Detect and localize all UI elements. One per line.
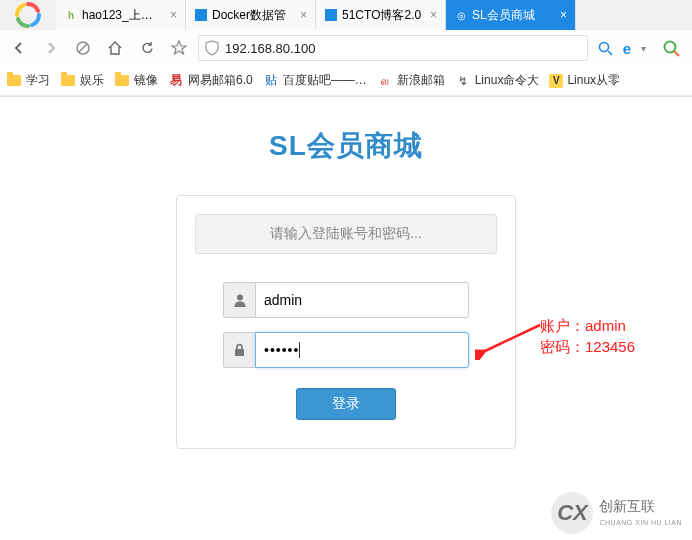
folder-icon: [6, 73, 22, 89]
watermark-en: CHUANG XIN HU LIAN: [599, 519, 682, 526]
svg-rect-8: [235, 349, 244, 356]
page-content: SL会员商城 请输入登陆账号和密码... admin •••••• 登录: [0, 97, 692, 449]
svg-line-6: [674, 51, 679, 56]
url-input[interactable]: 192.168.80.100: [198, 35, 588, 61]
favicon-51cto: [324, 8, 338, 22]
refresh-icon: [140, 41, 155, 56]
input-value: admin: [264, 292, 302, 308]
login-card: 请输入登陆账号和密码... admin •••••• 登录: [176, 195, 516, 449]
password-row: ••••••: [223, 332, 469, 368]
bookmarks-bar: 学习 娱乐 镜像 易网易邮箱6.0 贴百度贴吧——… ல新浪邮箱 ↯Linux命…: [0, 66, 692, 96]
watermark-logo: CX: [551, 492, 593, 534]
bookmark-mirror[interactable]: 镜像: [114, 72, 158, 89]
star-icon: [171, 40, 187, 56]
mail-icon: 易: [168, 73, 184, 89]
address-right-icons: e ▾: [594, 40, 650, 57]
username-input[interactable]: admin: [255, 282, 469, 318]
svg-line-9: [483, 325, 540, 352]
tab-title: Docker数据管: [212, 7, 294, 24]
bookmark-label: 学习: [26, 72, 50, 89]
bookmark-label: Linux命令大: [475, 72, 540, 89]
tab-title: hao123_上网从: [82, 7, 164, 24]
watermark: CX 创新互联 CHUANG XIN HU LIAN: [551, 492, 682, 534]
watermark-cn: 创新互联: [599, 499, 682, 513]
tab-title: 51CTO博客2.0: [342, 7, 424, 24]
tab-bar: h hao123_上网从 × Docker数据管 × 51CTO博客2.0 × …: [0, 0, 692, 30]
svg-line-4: [608, 51, 612, 55]
shield-icon: [205, 40, 219, 56]
sina-icon: ல: [377, 73, 393, 89]
search-engine-icon[interactable]: [656, 39, 686, 57]
home-icon: [107, 40, 123, 56]
browser-chrome: h hao123_上网从 × Docker数据管 × 51CTO博客2.0 × …: [0, 0, 692, 97]
user-icon: [223, 282, 255, 318]
lock-icon: [223, 332, 255, 368]
url-text: 192.168.80.100: [225, 41, 581, 56]
page-title: SL会员商城: [269, 127, 423, 165]
favorite-button[interactable]: [166, 35, 192, 61]
tab-51cto[interactable]: 51CTO博客2.0 ×: [316, 0, 446, 30]
annotation-text: 账户：admin 密码：123456: [540, 315, 635, 357]
chevron-right-icon: [43, 40, 59, 56]
bookmark-label: 娱乐: [80, 72, 104, 89]
bookmark-label: 镜像: [134, 72, 158, 89]
close-icon[interactable]: ×: [170, 8, 177, 22]
svg-line-2: [79, 44, 87, 52]
input-value: ••••••: [264, 342, 299, 358]
bookmark-label: 网易邮箱6.0: [188, 72, 253, 89]
login-header: 请输入登陆账号和密码...: [195, 214, 497, 254]
baidu-icon: 贴: [263, 73, 279, 89]
bookmark-label: 百度贴吧——…: [283, 72, 367, 89]
swirl-logo-icon: [14, 1, 42, 29]
bookmark-study[interactable]: 学习: [6, 72, 50, 89]
bookmark-sina[interactable]: ல新浪邮箱: [377, 72, 445, 89]
favicon-sl: ◎: [454, 8, 468, 22]
annotation-line1: 账户：admin: [540, 315, 635, 336]
folder-icon: [60, 73, 76, 89]
bookmark-linux-zero[interactable]: VLinux从零: [549, 72, 620, 89]
annotation-arrow: [475, 320, 545, 360]
bookmark-entertainment[interactable]: 娱乐: [60, 72, 104, 89]
close-icon[interactable]: ×: [430, 8, 437, 22]
bookmark-tieba[interactable]: 贴百度贴吧——…: [263, 72, 367, 89]
tab-docker[interactable]: Docker数据管 ×: [186, 0, 316, 30]
ie-mode-icon[interactable]: e: [623, 40, 631, 57]
refresh-button[interactable]: [134, 35, 160, 61]
svg-point-5: [665, 42, 676, 53]
folder-icon: [114, 73, 130, 89]
tab-sl-mall[interactable]: ◎ SL会员商城 ×: [446, 0, 576, 30]
annotation-line2: 密码：123456: [540, 336, 635, 357]
forward-button[interactable]: [38, 35, 64, 61]
tab-title: SL会员商城: [472, 7, 554, 24]
bookmark-label: Linux从零: [567, 72, 620, 89]
watermark-text: 创新互联 CHUANG XIN HU LIAN: [599, 499, 682, 527]
password-input[interactable]: ••••••: [255, 332, 469, 368]
svg-point-3: [599, 42, 608, 51]
close-icon[interactable]: ×: [300, 8, 307, 22]
home-button[interactable]: [102, 35, 128, 61]
username-row: admin: [223, 282, 469, 318]
bookmark-163mail[interactable]: 易网易邮箱6.0: [168, 72, 253, 89]
browser-logo[interactable]: [0, 0, 56, 30]
chevron-left-icon: [11, 40, 27, 56]
linux-icon: ↯: [455, 73, 471, 89]
search-icon[interactable]: [598, 41, 613, 56]
tab-hao123[interactable]: h hao123_上网从 ×: [56, 0, 186, 30]
bookmark-linux-cmd[interactable]: ↯Linux命令大: [455, 72, 540, 89]
stop-circle-icon: [76, 41, 90, 55]
stop-button[interactable]: [70, 35, 96, 61]
svg-point-7: [237, 295, 243, 301]
bookmark-label: 新浪邮箱: [397, 72, 445, 89]
chevron-down-icon[interactable]: ▾: [641, 43, 646, 54]
linux-v-icon: V: [549, 74, 563, 88]
close-icon[interactable]: ×: [560, 8, 567, 22]
address-bar: 192.168.80.100 e ▾: [0, 30, 692, 66]
login-button[interactable]: 登录: [296, 388, 396, 420]
back-button[interactable]: [6, 35, 32, 61]
text-cursor: [299, 342, 300, 358]
favicon-hao123: h: [64, 8, 78, 22]
favicon-docker: [194, 8, 208, 22]
